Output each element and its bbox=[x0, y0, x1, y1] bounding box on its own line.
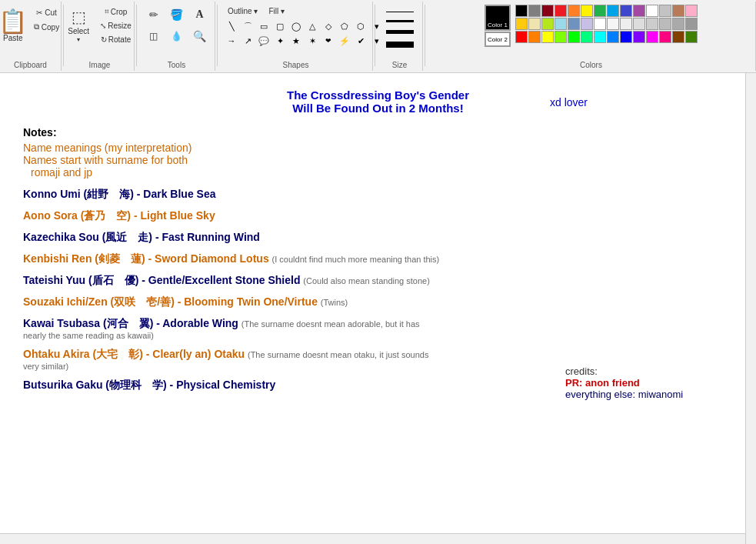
color-swatch[interactable] bbox=[659, 31, 671, 43]
color-swatch[interactable] bbox=[620, 18, 632, 30]
color-swatch[interactable] bbox=[541, 18, 554, 30]
roundrect-tool[interactable]: ▢ bbox=[272, 19, 288, 33]
color-swatch[interactable] bbox=[672, 18, 684, 30]
fill-bucket-button[interactable]: 🪣 bbox=[166, 5, 188, 25]
color-swatch[interactable] bbox=[555, 31, 567, 43]
color-swatch[interactable] bbox=[555, 5, 567, 17]
notes-section: Notes: Name meanings (my interpretation)… bbox=[23, 126, 733, 179]
text-button[interactable]: A bbox=[189, 5, 211, 25]
select-button[interactable]: ⬚ Select ▾ bbox=[64, 5, 93, 46]
color-swatch[interactable] bbox=[633, 18, 645, 30]
curve-tool[interactable]: ⌒ bbox=[240, 19, 255, 33]
color-swatch[interactable] bbox=[541, 5, 554, 17]
color-swatch[interactable] bbox=[594, 18, 606, 30]
name-entry-1: Konno Umi (紺野 海) - Dark Blue Sea bbox=[23, 188, 733, 202]
color-swatch[interactable] bbox=[672, 5, 684, 17]
rotate-button[interactable]: ↻ Rotate bbox=[96, 33, 135, 46]
star5-tool[interactable]: ★ bbox=[288, 34, 304, 48]
color-swatch[interactable] bbox=[568, 31, 580, 43]
color-picker-button[interactable]: 💧 bbox=[166, 26, 188, 46]
resize-button[interactable]: ⤡ Resize bbox=[96, 19, 135, 32]
pentagon-tool[interactable]: ⬠ bbox=[337, 19, 352, 33]
check-tool[interactable]: ✔ bbox=[353, 34, 368, 48]
color-swatch[interactable] bbox=[594, 5, 606, 17]
color1-button[interactable]: Color 1 bbox=[485, 5, 511, 31]
hexagon-tool[interactable]: ⬡ bbox=[353, 19, 368, 33]
color-swatch[interactable] bbox=[633, 31, 645, 43]
star6-tool[interactable]: ✶ bbox=[305, 34, 320, 48]
color-swatch[interactable] bbox=[620, 5, 632, 17]
size-4[interactable] bbox=[381, 39, 418, 50]
name-entry-7: Kawai Tsubasa (河合 翼) - Adorable Wing (Th… bbox=[23, 317, 733, 340]
color-swatch[interactable] bbox=[568, 5, 580, 17]
color-swatch[interactable] bbox=[515, 31, 528, 43]
color-swatch[interactable] bbox=[594, 31, 606, 43]
color-swatch[interactable] bbox=[607, 5, 619, 17]
canvas-content: The Crossdressing Boy's Gender Will Be F… bbox=[0, 73, 756, 416]
callout-tool[interactable]: 💬 bbox=[256, 34, 271, 48]
color-swatch[interactable] bbox=[528, 18, 541, 30]
color-swatch[interactable] bbox=[568, 18, 580, 30]
scrollbar-horizontal[interactable] bbox=[0, 533, 745, 544]
color-swatch[interactable] bbox=[685, 31, 698, 43]
paste-button[interactable]: 📋 Paste bbox=[0, 6, 28, 46]
crop-icon: ⌗ bbox=[105, 7, 109, 16]
note-line-3: romaji and jp bbox=[31, 166, 733, 179]
color-swatch[interactable] bbox=[659, 18, 671, 30]
magnifier-button[interactable]: 🔍 bbox=[189, 26, 211, 46]
color-swatch[interactable] bbox=[646, 31, 658, 43]
ellipse-tool[interactable]: ◯ bbox=[288, 19, 304, 33]
paste-icon: 📋 bbox=[0, 10, 27, 33]
fill-dropdown[interactable]: Fill ▾ bbox=[265, 5, 288, 18]
size-1[interactable] bbox=[381, 9, 418, 15]
size-2[interactable] bbox=[381, 18, 418, 25]
copy-button[interactable]: ⧉ Copy bbox=[30, 20, 63, 34]
color-swatch[interactable] bbox=[620, 31, 632, 43]
color-swatch[interactable] bbox=[581, 31, 593, 43]
scrollbar-vertical[interactable] bbox=[745, 73, 756, 544]
color-swatch[interactable] bbox=[646, 18, 658, 30]
star4-tool[interactable]: ✦ bbox=[272, 34, 288, 48]
eraser-button[interactable]: ◫ bbox=[143, 26, 165, 46]
color-swatch[interactable] bbox=[607, 18, 619, 30]
line-tool[interactable]: ╲ bbox=[224, 19, 239, 33]
color-swatch[interactable] bbox=[528, 5, 541, 17]
outline-dropdown[interactable]: Outline ▾ bbox=[224, 5, 261, 18]
arrow-tool2[interactable]: ↗ bbox=[240, 34, 255, 48]
color-swatch[interactable] bbox=[581, 18, 593, 30]
color-swatch[interactable] bbox=[633, 5, 645, 17]
name-entry-5: Tateishi Yuu (盾石 優) - Gentle/Excellent S… bbox=[23, 274, 733, 288]
color-swatch[interactable] bbox=[685, 5, 698, 17]
arrow-right-tool[interactable]: → bbox=[224, 34, 239, 48]
triangle-tool[interactable]: △ bbox=[305, 19, 320, 33]
color-swatch[interactable] bbox=[515, 18, 528, 30]
color-swatch[interactable] bbox=[581, 5, 593, 17]
shapes-group: Outline ▾ Fill ▾ ╲ ⌒ ▭ ▢ ◯ △ ◇ ⬠ ⬡ ▾ → ↗… bbox=[219, 2, 373, 71]
size-3[interactable] bbox=[381, 28, 418, 36]
toolbar: 📋 Paste ✂ Cut ⧉ Copy Clipboard ⬚ bbox=[0, 0, 756, 73]
color-swatch[interactable] bbox=[555, 18, 567, 30]
color-swatch[interactable] bbox=[659, 5, 671, 17]
cut-button[interactable]: ✂ Cut bbox=[30, 6, 63, 19]
color-swatch[interactable] bbox=[515, 5, 528, 17]
color2-button[interactable]: Color 2 bbox=[485, 32, 511, 47]
diamond-tool[interactable]: ◇ bbox=[321, 19, 336, 33]
title-line2: Will Be Found Out in 2 Months! bbox=[23, 102, 733, 115]
note-line-2: Names start with surname for both bbox=[23, 154, 733, 166]
pencil-button[interactable]: ✏ bbox=[143, 5, 165, 25]
credits-pr: PR: anon friend bbox=[565, 377, 683, 389]
rect-tool[interactable]: ▭ bbox=[256, 19, 271, 33]
crop-button[interactable]: ⌗ Crop bbox=[96, 5, 135, 18]
heart-tool[interactable]: ❤ bbox=[321, 34, 336, 48]
color-swatch[interactable] bbox=[685, 18, 698, 30]
color-swatch[interactable] bbox=[541, 31, 554, 43]
credits-section: credits: PR: anon friend everything else… bbox=[565, 365, 683, 400]
color-swatch[interactable] bbox=[528, 31, 541, 43]
image-group: ⬚ Select ▾ ⌗ Crop ⤡ Resize ↻ Rotate bbox=[65, 2, 135, 71]
color-swatch[interactable] bbox=[672, 31, 684, 43]
color-swatch[interactable] bbox=[646, 5, 658, 17]
size-group: Size bbox=[377, 2, 423, 71]
colors-group: Color 1 Color 2 Colors bbox=[427, 2, 756, 71]
lightning-tool[interactable]: ⚡ bbox=[337, 34, 352, 48]
color-swatch[interactable] bbox=[607, 31, 619, 43]
